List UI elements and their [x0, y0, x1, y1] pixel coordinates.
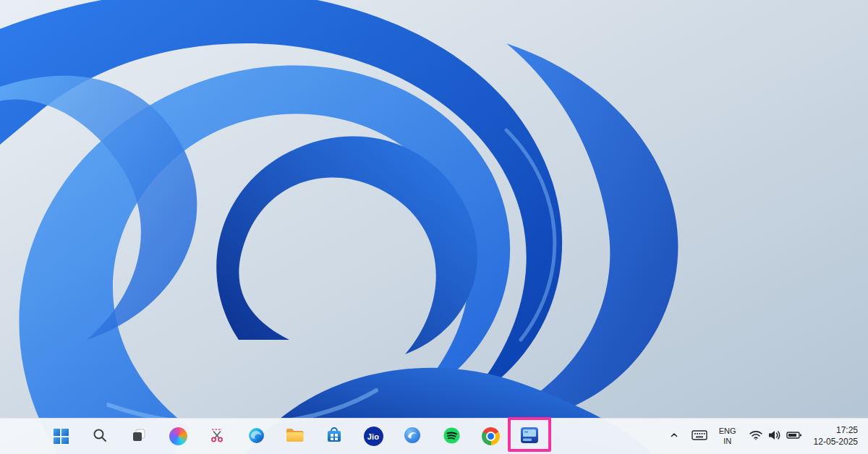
chrome-icon [482, 427, 500, 445]
language-indicator[interactable]: ENG IN [714, 422, 741, 451]
language-label: ENG IN [719, 427, 736, 445]
jio-label: Jio [367, 432, 380, 441]
copilot-icon [169, 427, 187, 445]
search-button[interactable] [84, 421, 116, 453]
file-explorer-icon [286, 427, 305, 445]
highlighted-app-icon [519, 425, 540, 447]
hidden-icons-button[interactable] [663, 422, 685, 451]
jio-icon: Jio [364, 427, 383, 446]
copilot-button[interactable] [162, 421, 194, 453]
spotify-icon [443, 427, 461, 447]
task-view-icon [131, 427, 147, 445]
clock-date: 12-05-2025 [814, 437, 858, 448]
touch-keyboard-icon [692, 429, 707, 443]
chevron-up-icon [668, 429, 680, 443]
bloom-wallpaper-art [0, 0, 868, 454]
microsoft-store-icon [326, 427, 343, 446]
touch-keyboard-button[interactable] [686, 422, 712, 451]
clock-text: 17:25 12-05-2025 [814, 425, 858, 447]
taskbar: Jio [0, 418, 868, 454]
start-icon [54, 429, 69, 444]
spotify-button[interactable] [435, 421, 467, 453]
language-line2: IN [719, 437, 736, 446]
speaker-icon [767, 429, 782, 444]
jio-button[interactable]: Jio [357, 421, 389, 453]
battery-icon [786, 430, 802, 442]
taskbar-icon-row: Jio [45, 419, 545, 454]
snipping-tool-icon [209, 427, 225, 445]
language-line1: ENG [719, 427, 736, 436]
clock[interactable]: 17:25 12-05-2025 [809, 422, 867, 451]
task-view-button[interactable] [123, 421, 155, 453]
edge-button[interactable] [240, 421, 272, 453]
system-icons-button[interactable] [743, 422, 808, 451]
desktop-wallpaper [0, 0, 868, 454]
file-explorer-button[interactable] [279, 421, 311, 453]
search-icon [92, 427, 108, 445]
blue-swirl-app-button[interactable] [396, 421, 428, 453]
start-button[interactable] [45, 421, 77, 453]
edge-icon [247, 427, 265, 447]
desktop: Jio [0, 0, 868, 454]
microsoft-store-button[interactable] [318, 421, 350, 453]
clock-time: 17:25 [814, 425, 858, 437]
snipping-tool-button[interactable] [201, 421, 233, 453]
wifi-icon [749, 429, 763, 443]
highlighted-app-button[interactable] [514, 421, 545, 453]
chrome-button[interactable] [475, 421, 506, 453]
system-tray: ENG IN [663, 419, 867, 454]
blue-swirl-app-icon [403, 426, 422, 447]
